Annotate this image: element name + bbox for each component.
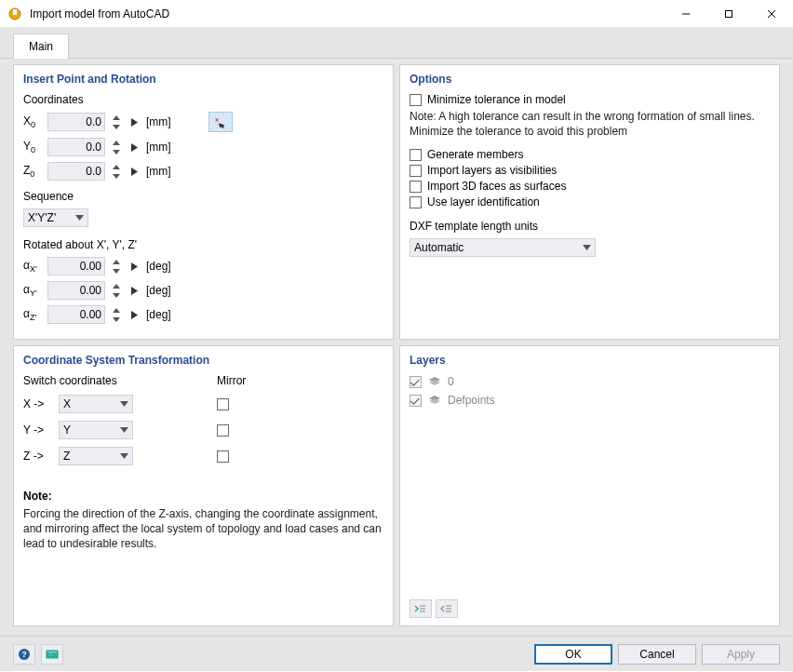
angle-input-z[interactable] [47,305,105,324]
spinner-down-icon[interactable] [111,147,122,156]
switch-x-select[interactable]: X [59,395,133,413]
svg-text:x: x [215,115,219,124]
play-button-az[interactable] [128,305,141,324]
spinner-up-icon[interactable] [111,138,122,147]
units-button[interactable]: 0,00 [41,644,63,665]
spinner-z[interactable] [111,162,122,181]
unit-ay: [deg] [146,284,171,297]
y-arrow-label: Y -> [23,423,59,437]
spinner-ax[interactable] [111,257,122,276]
label-use-layer-id: Use layer identification [427,195,540,208]
coord-input-x[interactable] [47,113,105,131]
mirror-x-checkbox[interactable] [217,398,229,410]
chevron-down-icon [120,453,128,459]
coordsys-note-body: Forcing the direction of the Z-axis, cha… [23,506,383,552]
close-button[interactable] [750,0,793,28]
tab-bar: Main [0,28,793,59]
mirror-header: Mirror [217,374,235,387]
switch-y-select[interactable]: Y [59,421,133,439]
panel-title-coordsys: Coordinate System Transformation [23,354,383,367]
spinner-up-icon[interactable] [111,281,122,290]
coordinates-label: Coordinates [23,93,383,106]
tab-main[interactable]: Main [13,34,69,59]
play-button-ax[interactable] [128,257,141,276]
angle-label-x: αX' [23,259,42,274]
svg-marker-22 [131,287,138,295]
mirror-z-checkbox[interactable] [217,450,229,463]
checkbox-minimize[interactable] [410,94,422,106]
unit-az: [deg] [146,308,171,321]
play-button-ay[interactable] [128,281,141,300]
unit-z: [mm] [146,165,171,178]
deselect-all-layers-button[interactable] [436,599,458,618]
spinner-down-icon[interactable] [111,122,122,131]
angle-row-z: αZ' [deg] [23,305,383,324]
layer-checkbox-defpoints [410,395,422,407]
chevron-down-icon [120,401,128,407]
layer-icon [427,393,442,408]
sequence-label: Sequence [23,190,383,203]
sequence-select[interactable]: X'Y'Z' [23,208,88,227]
cancel-button[interactable]: Cancel [618,644,696,665]
svg-marker-23 [113,308,120,313]
panel-title-insert: Insert Point and Rotation [23,73,383,86]
option-import-layers-vis: Import layers as visibilities [410,164,770,177]
svg-marker-29 [120,453,128,459]
svg-marker-8 [131,118,138,127]
coord-row-y: Y0 [mm] [23,138,383,156]
checkbox-import-3d[interactable] [410,181,422,193]
spinner-up-icon[interactable] [111,162,122,171]
maximize-button[interactable] [707,0,750,28]
checkbox-use-layer-id[interactable] [410,196,422,208]
panel-layers: Layers 0 Defpoints [399,345,780,626]
spinner-down-icon[interactable] [111,315,122,324]
switch-z-select[interactable]: Z [59,447,133,465]
apply-button[interactable]: Apply [702,644,780,665]
spinner-y[interactable] [111,138,122,156]
label-import-3d: Import 3D faces as surfaces [427,180,566,193]
svg-marker-13 [113,165,120,169]
panel-title-options: Options [410,73,770,86]
mirror-y-checkbox[interactable] [217,424,229,437]
spinner-up-icon[interactable] [111,305,122,315]
ok-button[interactable]: OK [534,644,612,665]
unit-x: [mm] [146,115,171,128]
minimize-button[interactable] [665,0,707,28]
dxf-units-select[interactable]: Automatic [410,238,596,257]
select-all-layers-button[interactable] [410,599,432,618]
spinner-down-icon[interactable] [111,290,122,300]
spinner-x[interactable] [111,113,122,131]
svg-marker-14 [113,174,120,179]
svg-marker-26 [583,245,591,250]
spinner-up-icon[interactable] [111,113,122,122]
help-button[interactable]: ? [13,644,35,665]
spinner-down-icon[interactable] [111,171,122,181]
unit-ax: [deg] [146,260,171,273]
coord-label-x: X0 [23,114,42,129]
spinner-up-icon[interactable] [111,257,122,266]
play-button-x[interactable] [128,113,141,131]
panel-coord-system: Coordinate System Transformation Switch … [13,345,394,626]
coord-input-z[interactable] [47,162,105,181]
coord-input-y[interactable] [47,138,105,156]
svg-marker-10 [113,141,120,145]
angle-input-y[interactable] [47,281,105,300]
spinner-down-icon[interactable] [111,266,122,276]
svg-marker-16 [75,215,84,221]
pick-point-button[interactable]: x [208,112,233,132]
svg-marker-18 [113,269,120,274]
checkbox-gen-members[interactable] [410,149,422,161]
angle-input-x[interactable] [47,257,105,276]
svg-marker-25 [131,311,138,319]
checkbox-import-layers-vis[interactable] [410,165,422,177]
layer-icon [427,374,442,389]
play-button-z[interactable] [128,162,141,181]
svg-text:0,00: 0,00 [47,652,58,658]
svg-marker-20 [113,284,120,289]
spinner-az[interactable] [111,305,122,324]
play-button-y[interactable] [128,138,141,156]
label-gen-members: Generate members [427,148,523,161]
svg-marker-6 [113,115,120,120]
spinner-ay[interactable] [111,281,122,300]
angle-row-y: αY' [deg] [23,281,383,300]
